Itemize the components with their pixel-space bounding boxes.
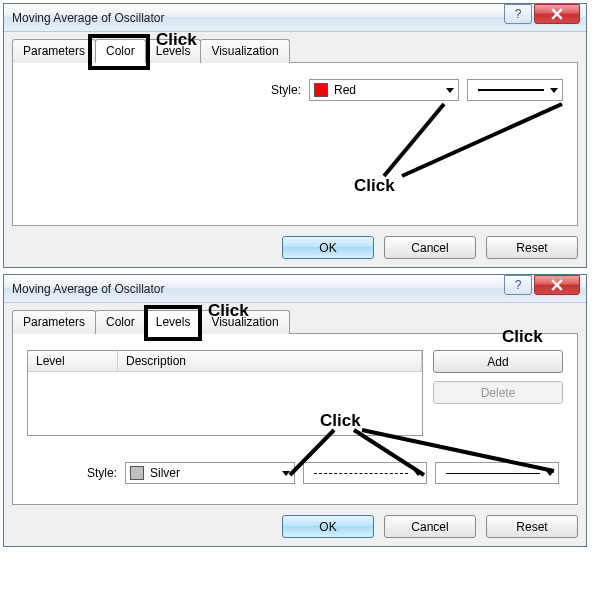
- help-button[interactable]: ?: [504, 4, 532, 24]
- client-area: Parameters Color Levels Visualization St…: [4, 32, 586, 267]
- tab-panel-levels: Level Description Add Delete Style: Silv…: [12, 333, 578, 505]
- chevron-down-icon: [546, 471, 554, 476]
- column-level[interactable]: Level: [28, 351, 118, 371]
- client-area: Parameters Color Levels Visualization Le…: [4, 303, 586, 546]
- tab-color[interactable]: Color: [95, 310, 146, 334]
- line-dashed-icon: [314, 473, 408, 474]
- color-select[interactable]: Red: [309, 79, 459, 101]
- ok-button[interactable]: OK: [282, 515, 374, 538]
- help-button[interactable]: ?: [504, 275, 532, 295]
- line-weight-select[interactable]: [435, 462, 559, 484]
- delete-button: Delete: [433, 381, 563, 404]
- levels-table-header: Level Description: [28, 351, 422, 372]
- line-solid-icon: [478, 89, 544, 91]
- chevron-down-icon: [550, 88, 558, 93]
- color-swatch-icon: [314, 83, 328, 97]
- color-select[interactable]: Silver: [125, 462, 295, 484]
- close-icon: [551, 279, 563, 291]
- window-title: Moving Average of Oscillator: [12, 11, 165, 25]
- chevron-down-icon: [414, 471, 422, 476]
- dialog-buttons: OK Cancel Reset: [12, 226, 578, 259]
- style-label: Style:: [87, 466, 117, 480]
- ok-button[interactable]: OK: [282, 236, 374, 259]
- tab-panel-color: Style: Red: [12, 62, 578, 226]
- tab-bar: Parameters Color Levels Visualization: [12, 309, 578, 333]
- reset-button[interactable]: Reset: [486, 515, 578, 538]
- cancel-button[interactable]: Cancel: [384, 515, 476, 538]
- color-name: Red: [334, 83, 446, 97]
- titlebar-buttons: ?: [504, 275, 586, 302]
- levels-side-buttons: Add Delete: [433, 350, 563, 436]
- line-style-select[interactable]: [467, 79, 563, 101]
- reset-button[interactable]: Reset: [486, 236, 578, 259]
- chevron-down-icon: [282, 471, 290, 476]
- tab-levels[interactable]: Levels: [145, 310, 202, 334]
- titlebar: Moving Average of Oscillator ?: [4, 275, 586, 303]
- window-title: Moving Average of Oscillator: [12, 282, 165, 296]
- color-name: Silver: [150, 466, 282, 480]
- close-button[interactable]: [534, 275, 580, 295]
- style-label: Style:: [271, 83, 301, 97]
- dialog-buttons: OK Cancel Reset: [12, 505, 578, 538]
- tab-parameters[interactable]: Parameters: [12, 310, 96, 334]
- levels-table[interactable]: Level Description: [27, 350, 423, 436]
- levels-area: Level Description Add Delete: [27, 350, 563, 436]
- chevron-down-icon: [446, 88, 454, 93]
- tab-parameters[interactable]: Parameters: [12, 39, 96, 63]
- tab-bar: Parameters Color Levels Visualization: [12, 38, 578, 62]
- dialog-levels-tab: Moving Average of Oscillator ? Parameter…: [3, 274, 587, 547]
- color-swatch-icon: [130, 466, 144, 480]
- line-style-select[interactable]: [303, 462, 427, 484]
- close-button[interactable]: [534, 4, 580, 24]
- cancel-button[interactable]: Cancel: [384, 236, 476, 259]
- tab-levels[interactable]: Levels: [145, 39, 202, 63]
- help-icon: ?: [515, 7, 522, 21]
- help-icon: ?: [515, 278, 522, 292]
- dialog-color-tab: Moving Average of Oscillator ? Parameter…: [3, 3, 587, 268]
- tab-visualization[interactable]: Visualization: [200, 39, 289, 63]
- titlebar: Moving Average of Oscillator ?: [4, 4, 586, 32]
- column-description[interactable]: Description: [118, 351, 422, 371]
- close-icon: [551, 8, 563, 20]
- add-button[interactable]: Add: [433, 350, 563, 373]
- titlebar-buttons: ?: [504, 4, 586, 31]
- tab-color[interactable]: Color: [95, 39, 146, 63]
- tab-visualization[interactable]: Visualization: [200, 310, 289, 334]
- line-thin-icon: [446, 473, 540, 474]
